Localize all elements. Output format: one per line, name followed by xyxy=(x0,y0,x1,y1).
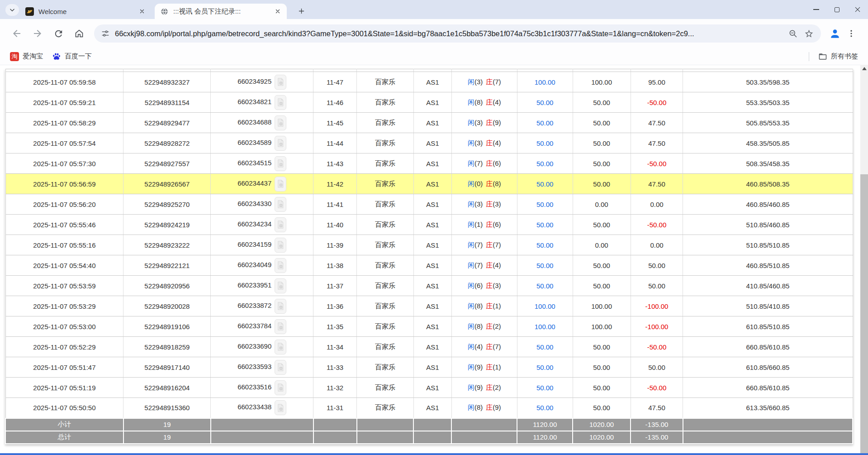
table-row[interactable]: 2025-11-07 05:54:40 522948922121 6602340… xyxy=(5,255,853,276)
tab-close-icon[interactable] xyxy=(273,7,282,16)
profile-avatar[interactable] xyxy=(827,26,843,41)
video-replay-icon[interactable] xyxy=(275,400,286,415)
reload-button[interactable] xyxy=(52,28,64,39)
video-replay-icon[interactable] xyxy=(275,319,286,334)
round-id-text: 660234589 xyxy=(237,139,271,146)
table-row[interactable]: 2025-11-07 05:55:16 522948923222 6602341… xyxy=(5,235,853,255)
table-row[interactable]: 2025-11-07 05:53:00 522948919106 6602337… xyxy=(5,316,853,337)
maximize-button[interactable] xyxy=(826,0,847,19)
cell-valid-amount: 50.00 xyxy=(573,215,631,235)
table-row[interactable]: 2025-11-07 05:50:50 522948915360 6602334… xyxy=(5,398,853,418)
cell-game: 百家乐 xyxy=(357,194,414,215)
bookmark-baidu[interactable]: 百度一下 xyxy=(47,50,96,63)
video-replay-icon[interactable] xyxy=(275,75,286,90)
video-replay-icon[interactable] xyxy=(275,340,286,354)
cell-round: 11-38 xyxy=(313,255,357,276)
cell-balance: 460.85/510.85 xyxy=(683,255,853,276)
menu-button[interactable] xyxy=(845,28,857,39)
table-row[interactable]: 2025-11-07 05:51:47 522948917140 6602335… xyxy=(5,357,853,378)
site-settings-icon[interactable] xyxy=(101,29,109,38)
cell-win-loss: 95.00 xyxy=(631,72,683,92)
table-row[interactable]: 2025-11-07 05:55:46 522948924219 6602342… xyxy=(5,215,853,235)
table-row[interactable]: 2025-11-07 05:51:19 522948916204 6602335… xyxy=(5,378,853,398)
table-summary-row: 小计 19 1120.00 1020.00 -135.00 xyxy=(5,418,853,431)
forward-button[interactable] xyxy=(32,28,43,39)
cell-result: 闲(3)庄(4) xyxy=(451,133,517,153)
table-row[interactable]: 2025-11-07 05:56:59 522948926567 6602344… xyxy=(5,174,853,194)
home-button[interactable] xyxy=(73,28,85,39)
cell-bet-id: 522948929477 xyxy=(123,113,211,133)
cell-bet-amount: 50.00 xyxy=(517,92,573,113)
table-row[interactable]: 2025-11-07 05:59:58 522948932327 6602349… xyxy=(5,72,853,92)
close-button[interactable] xyxy=(847,0,868,19)
table-row[interactable]: 2025-11-07 05:53:59 522948920956 6602339… xyxy=(5,276,853,296)
scroll-up-button[interactable] xyxy=(860,65,868,72)
cell-bet-amount: 50.00 xyxy=(517,113,573,133)
cell-time: 2025-11-07 05:55:46 xyxy=(5,215,123,235)
cell-round-id: 660234925 xyxy=(211,72,313,92)
cell-result: 闲(8)庄(2) xyxy=(451,316,517,337)
cell-result: 闲(3)庄(9) xyxy=(451,113,517,133)
cell-valid-amount: 50.00 xyxy=(573,113,631,133)
table-row[interactable]: 2025-11-07 05:57:30 522948927557 6602345… xyxy=(5,153,853,174)
round-id-text: 660234821 xyxy=(237,98,271,105)
video-replay-icon[interactable] xyxy=(275,299,286,314)
video-replay-icon[interactable] xyxy=(275,258,286,273)
video-replay-icon[interactable] xyxy=(275,156,286,171)
banker-label: 庄 xyxy=(486,98,493,106)
table-row[interactable]: 2025-11-07 05:53:29 522948920028 6602338… xyxy=(5,296,853,316)
video-replay-icon[interactable] xyxy=(275,278,286,293)
table-row[interactable]: 2025-11-07 05:56:20 522948925270 6602343… xyxy=(5,194,853,215)
cell-bet-id: 522948920956 xyxy=(123,276,211,296)
video-replay-icon[interactable] xyxy=(275,360,286,375)
tab-title: :::视讯 会员下注纪录::: xyxy=(173,7,273,16)
summary-label: 总计 xyxy=(5,431,123,444)
table-row[interactable]: 2025-11-07 05:57:54 522948928272 6602345… xyxy=(5,133,853,153)
video-replay-icon[interactable] xyxy=(275,217,286,232)
tab-welcome[interactable]: Welcome xyxy=(20,4,151,19)
video-replay-icon[interactable] xyxy=(275,115,286,130)
cell-game: 百家乐 xyxy=(357,357,414,378)
banker-label: 庄 xyxy=(486,302,493,310)
video-replay-icon[interactable] xyxy=(275,95,286,110)
minimize-icon xyxy=(813,9,819,10)
tab-search-button[interactable] xyxy=(5,4,19,16)
all-bookmarks-button[interactable]: 所有书签 xyxy=(814,50,863,63)
cell-time: 2025-11-07 05:51:19 xyxy=(5,378,123,398)
round-id-text: 660234049 xyxy=(237,261,271,268)
cell-round: 11-37 xyxy=(313,276,357,296)
banker-label: 庄 xyxy=(486,403,493,411)
table-row[interactable]: 2025-11-07 05:58:29 522948929477 6602346… xyxy=(5,113,853,133)
new-tab-button[interactable] xyxy=(295,5,308,17)
cell-table: AS1 xyxy=(413,276,451,296)
video-replay-icon[interactable] xyxy=(275,238,286,253)
player-label: 闲 xyxy=(468,78,474,86)
page-scrollbar[interactable] xyxy=(860,65,868,453)
tab-close-icon[interactable] xyxy=(138,7,147,16)
table-row[interactable]: 2025-11-07 05:52:29 522948918259 6602336… xyxy=(5,337,853,357)
tab-bet-records[interactable]: :::视讯 会员下注纪录::: xyxy=(155,4,287,19)
video-replay-icon[interactable] xyxy=(275,197,286,212)
zoom-indicator-icon[interactable] xyxy=(788,29,798,38)
cell-round: 11-36 xyxy=(313,296,357,316)
scrollbar-thumb[interactable] xyxy=(860,174,868,453)
cell-time: 2025-11-07 05:57:54 xyxy=(5,133,123,153)
player-label: 闲 xyxy=(468,200,474,208)
player-label: 闲 xyxy=(468,180,474,187)
video-replay-icon[interactable] xyxy=(275,177,286,192)
address-bar[interactable]: 66cxkj98.com/ipl/portal.php/game/betreco… xyxy=(94,24,821,43)
cell-valid-amount: 100.00 xyxy=(573,316,631,337)
person-icon xyxy=(829,28,841,39)
cell-game: 百家乐 xyxy=(357,398,414,418)
video-replay-icon[interactable] xyxy=(275,380,286,395)
cell-table: AS1 xyxy=(413,235,451,255)
cell-round-id: 660233438 xyxy=(211,398,313,418)
back-button[interactable] xyxy=(11,28,23,39)
table-row[interactable]: 2025-11-07 05:59:21 522948931154 6602348… xyxy=(5,92,853,113)
minimize-button[interactable] xyxy=(806,0,826,19)
bookmark-taobao[interactable]: 淘 爱淘宝 xyxy=(5,50,47,63)
cell-valid-amount: 100.00 xyxy=(573,72,631,92)
video-replay-icon[interactable] xyxy=(275,136,286,151)
url-text[interactable]: 66cxkj98.com/ipl/portal.php/game/betreco… xyxy=(115,29,783,38)
bookmark-star-icon[interactable] xyxy=(804,29,814,38)
